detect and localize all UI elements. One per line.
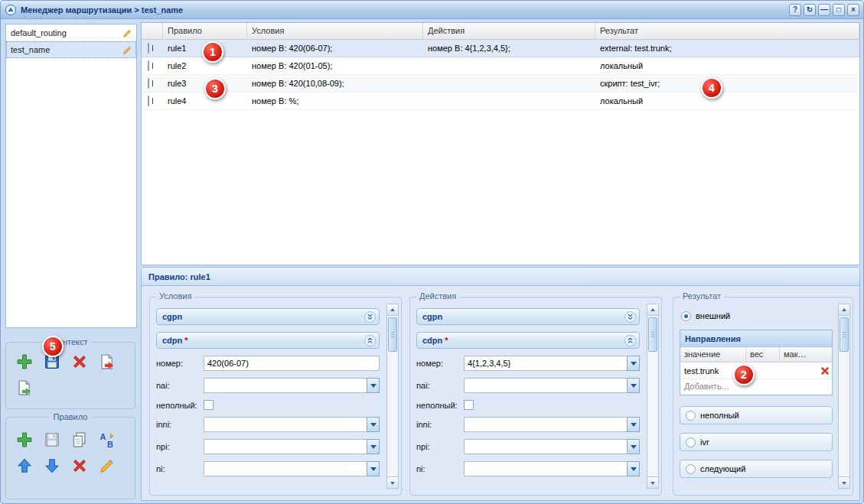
ni-input[interactable] xyxy=(464,461,640,476)
conditions-incomplete-checkbox[interactable] xyxy=(204,400,214,410)
scroll-down-icon[interactable] xyxy=(839,476,849,488)
inni-input[interactable] xyxy=(464,417,640,432)
collapse-section-icon[interactable] xyxy=(624,335,636,346)
edit-rule-button[interactable] xyxy=(97,456,117,476)
save-rule-button[interactable] xyxy=(42,430,62,450)
conditions-inni-combobox[interactable] xyxy=(204,417,380,432)
column-header-weight[interactable]: вес xyxy=(746,347,780,362)
grid-row-rule4[interactable]: rule4 номер B: %; локальный xyxy=(142,93,859,110)
ni-input[interactable] xyxy=(204,461,380,476)
add-context-button[interactable] xyxy=(15,352,34,372)
help-button[interactable]: ? xyxy=(789,4,801,16)
expand-row-icon[interactable] xyxy=(148,60,149,71)
expand-row-icon[interactable] xyxy=(148,96,149,106)
list-item-default-routing[interactable]: default_routing xyxy=(6,24,136,41)
edit-pencil-icon[interactable] xyxy=(122,28,132,38)
expand-section-icon[interactable] xyxy=(364,311,376,323)
import-context-button[interactable] xyxy=(15,378,34,398)
scrollbar-thumb[interactable] xyxy=(840,317,849,352)
minimize-button[interactable]: — xyxy=(818,4,830,16)
chevron-down-icon[interactable] xyxy=(627,378,640,393)
result-option-next[interactable]: следующий xyxy=(680,460,833,478)
expand-section-icon[interactable] xyxy=(624,311,636,323)
collapse-section-icon[interactable] xyxy=(364,335,376,346)
actions-incomplete-checkbox[interactable] xyxy=(464,400,474,410)
column-header-result[interactable]: Результат xyxy=(595,23,859,39)
scroll-up-icon[interactable] xyxy=(647,304,658,316)
nai-input[interactable] xyxy=(204,378,380,393)
move-down-button[interactable] xyxy=(42,456,62,476)
chevron-down-icon[interactable] xyxy=(367,461,380,476)
inni-input[interactable] xyxy=(204,417,380,432)
chevron-down-icon[interactable] xyxy=(367,378,380,393)
rename-rule-button[interactable]: AB xyxy=(97,430,117,450)
chevron-down-icon[interactable] xyxy=(627,417,640,432)
grid-row-rule2[interactable]: rule2 номер B: 420(01-05); локальный xyxy=(142,57,859,75)
column-header-max[interactable]: мак… xyxy=(780,347,832,362)
refresh-button[interactable]: ↻ xyxy=(804,4,816,16)
cdpn-section-header[interactable]: cdpn * xyxy=(156,332,380,349)
chevron-down-icon[interactable] xyxy=(627,439,640,454)
close-button[interactable]: × xyxy=(847,4,859,16)
add-direction-row[interactable]: Добавить… xyxy=(680,379,832,395)
cgpn-section-header[interactable]: cgpn xyxy=(416,308,640,325)
npi-input[interactable] xyxy=(464,439,640,454)
chevron-down-icon[interactable] xyxy=(367,439,380,454)
nai-label: nai: xyxy=(156,381,204,390)
conditions-nai-combobox[interactable] xyxy=(204,378,380,393)
delete-rule-button[interactable] xyxy=(70,456,90,476)
external-radio[interactable] xyxy=(681,311,691,321)
conditions-number-input[interactable] xyxy=(204,356,380,371)
column-header-actions[interactable]: Действия xyxy=(423,23,595,39)
expand-row-icon[interactable] xyxy=(148,43,149,54)
expand-row-icon[interactable] xyxy=(148,78,149,89)
directions-title: Направления xyxy=(680,330,832,347)
export-context-button[interactable] xyxy=(97,352,117,372)
grid-row-rule1[interactable]: rule1 номер B: 420(06-07); номер B: 4{1,… xyxy=(142,40,859,57)
chevron-down-icon[interactable] xyxy=(627,356,640,371)
actions-nai-combobox[interactable] xyxy=(464,378,640,393)
result-option-incomplete[interactable]: неполный xyxy=(680,406,833,424)
grid-row-rule3[interactable]: rule3 номер B: 420(10,08-09); скрипт: te… xyxy=(142,75,859,93)
conditions-ni-combobox[interactable] xyxy=(204,461,380,476)
npi-input[interactable] xyxy=(204,439,380,454)
cgpn-section-header[interactable]: cgpn xyxy=(156,308,380,325)
actions-inni-combobox[interactable] xyxy=(464,417,640,432)
annotation-badge-5: 5 xyxy=(42,336,64,357)
incomplete-radio[interactable] xyxy=(686,411,696,421)
scroll-up-icon[interactable] xyxy=(387,304,398,316)
conditions-npi-combobox[interactable] xyxy=(204,439,380,454)
scroll-down-icon[interactable] xyxy=(387,476,398,488)
actions-ni-combobox[interactable] xyxy=(464,461,640,476)
maximize-button[interactable]: □ xyxy=(833,4,845,16)
delete-direction-icon[interactable] xyxy=(820,366,830,376)
result-option-external[interactable]: внешний xyxy=(680,307,833,325)
edit-pencil-icon[interactable] xyxy=(122,45,132,55)
move-up-button[interactable] xyxy=(15,456,34,476)
copy-rule-button[interactable] xyxy=(70,430,90,450)
number-input[interactable] xyxy=(464,356,640,371)
next-radio[interactable] xyxy=(686,464,696,474)
add-rule-button[interactable] xyxy=(15,430,34,450)
conditions-scrollbar[interactable] xyxy=(386,304,399,489)
chevron-down-icon[interactable] xyxy=(627,461,640,476)
scroll-down-icon[interactable] xyxy=(647,476,658,488)
result-scrollbar[interactable] xyxy=(838,304,850,489)
delete-context-button[interactable] xyxy=(70,352,90,372)
nai-input[interactable] xyxy=(464,378,640,393)
column-header-conditions[interactable]: Условия xyxy=(247,23,423,39)
scroll-up-icon[interactable] xyxy=(839,304,849,316)
direction-row[interactable]: test.trunk xyxy=(680,363,832,379)
column-header-value[interactable]: значение xyxy=(680,347,746,362)
actions-number-combobox[interactable] xyxy=(464,356,640,371)
list-item-test-name[interactable]: test_name xyxy=(6,41,136,58)
actions-npi-combobox[interactable] xyxy=(464,439,640,454)
actions-scrollbar[interactable] xyxy=(647,304,659,489)
result-option-ivr[interactable]: ivr xyxy=(680,433,833,451)
column-header-rule[interactable]: Правило xyxy=(163,23,247,39)
chevron-down-icon[interactable] xyxy=(367,417,380,432)
cdpn-section-header[interactable]: cdpn * xyxy=(416,332,640,349)
ivr-radio[interactable] xyxy=(686,437,696,447)
scrollbar-thumb[interactable] xyxy=(388,317,397,352)
scrollbar-thumb[interactable] xyxy=(648,317,657,352)
